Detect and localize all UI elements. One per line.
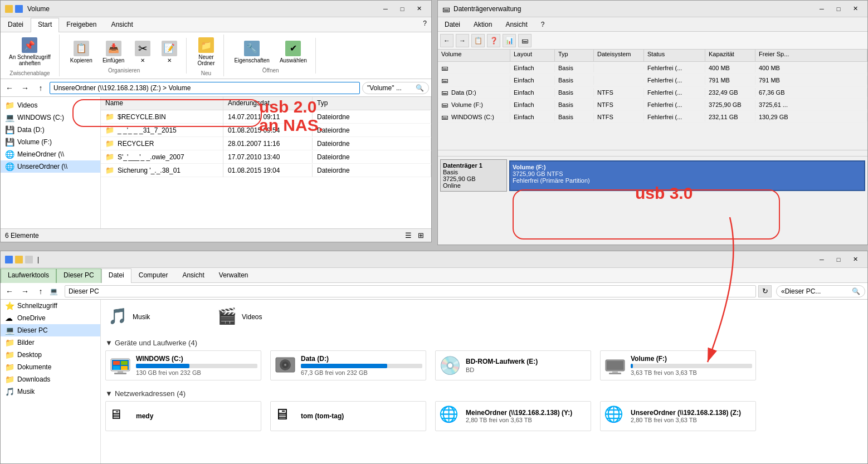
forward-btn-thispc[interactable]: → xyxy=(18,285,32,298)
network-toggle[interactable]: ▼ xyxy=(105,389,113,398)
svg-rect-14 xyxy=(607,361,623,370)
help-icon-volume[interactable]: ? xyxy=(418,17,431,32)
menu-ansicht-disk[interactable]: Ansicht xyxy=(503,19,529,30)
sidebar-bilder[interactable]: 📁 Bilder xyxy=(1,336,100,349)
drive-icon: 💾 xyxy=(5,125,14,134)
minimize-btn-disk[interactable]: ─ xyxy=(814,3,830,14)
menu-datei-disk[interactable]: Datei xyxy=(442,19,462,30)
sidebar-downloads[interactable]: 📁 Downloads xyxy=(1,373,100,385)
disk-row-1[interactable]: 🖴 Einfach Basis Fehlerfrei (... 791 MB 7… xyxy=(438,74,867,86)
tab-laufwerktools[interactable]: Laufwerktools xyxy=(1,268,56,283)
minimize-btn-volume[interactable]: ─ xyxy=(378,3,393,14)
address-path-volume[interactable]: UnsereOrdner (\\192.168.2.138) (Z:) > Vo… xyxy=(50,82,360,94)
volume-f-bar-fill xyxy=(631,364,633,368)
sidebar-item-videos[interactable]: 📁 Videos xyxy=(1,99,100,111)
drive-bdrom[interactable]: 💿 BD-ROM-Laufwerk (E:) BD xyxy=(435,350,591,380)
sidebar-desktop[interactable]: 📁 Desktop xyxy=(1,349,100,361)
network-tom[interactable]: 🖥 tom (tom-tag) xyxy=(270,401,426,431)
disk-row-0[interactable]: 🖴 Einfach Basis Fehlerfrei (... 400 MB 4… xyxy=(438,62,867,74)
thispc-refresh-btn[interactable]: ↻ xyxy=(758,285,772,297)
minimize-btn-thispc[interactable]: ─ xyxy=(814,254,830,265)
maximize-btn-thispc[interactable]: □ xyxy=(831,254,846,265)
sidebar-musik[interactable]: 🎵 Musik xyxy=(1,385,100,398)
file-row-4[interactable]: 📁Sicherung '_._.38_01 01.08.2015 19:04 D… xyxy=(101,164,431,177)
tab-datei-thispc[interactable]: Datei xyxy=(101,268,131,283)
btn-kopieren[interactable]: 📋 Kopieren xyxy=(66,38,96,66)
thispc-tb-icons xyxy=(5,256,33,263)
disk-vol-icon: 🖴 xyxy=(441,76,449,84)
tool-back[interactable]: ← xyxy=(440,34,453,47)
ribbon-content-volume: 📌 An Schnellzugriffanheften Zwischenabla… xyxy=(1,32,431,79)
disk-row-4[interactable]: 🖴WINDOWS (C:) Einfach Basis NTFS Fehlerf… xyxy=(438,111,867,123)
sidebar-item-data[interactable]: 💾 Data (D:) xyxy=(1,124,100,136)
tool-icon4[interactable]: 🖴 xyxy=(518,34,531,47)
video-folder-icon: 🎬 xyxy=(217,307,237,327)
up-btn-volume[interactable]: ↑ xyxy=(34,81,47,95)
maximize-btn-disk[interactable]: □ xyxy=(831,3,846,14)
thispc-address-path[interactable]: Dieser PC xyxy=(65,285,756,297)
close-btn-volume[interactable]: ✕ xyxy=(411,3,427,14)
tool-icon3[interactable]: 📊 xyxy=(503,34,516,47)
tab-computer-thispc[interactable]: Computer xyxy=(131,268,175,283)
tb-icon1 xyxy=(5,5,13,13)
file-row-2[interactable]: 📁RECYCLER 28.01.2007 11:16 Dateiordne xyxy=(101,137,431,150)
sidebar-dokumente[interactable]: 📁 Dokumente xyxy=(1,361,100,373)
sidebar-item-volume[interactable]: 💾 Volume (F:) xyxy=(1,136,100,148)
file-row-1[interactable]: 📁_ _'_ _ _31_7_2015 01.08.2015 09:54 Dat… xyxy=(101,124,431,137)
thispc-search-box[interactable]: «Dieser PC... 🔍 xyxy=(776,285,865,297)
btn-cut[interactable]: ✂ ✕ xyxy=(130,38,155,66)
tab-start-volume[interactable]: Start xyxy=(31,18,59,32)
disk-row-3[interactable]: 🖴Volume (F:) Einfach Basis NTFS Fehlerfr… xyxy=(438,99,867,111)
devices-toggle[interactable]: ▼ xyxy=(105,339,113,347)
btn-eigenschaften[interactable]: 🔧 Eigenschaften xyxy=(231,38,274,66)
sidebar-dieser-pc[interactable]: 💻 Dieser PC xyxy=(1,324,100,336)
up-btn-thispc[interactable]: ↑ xyxy=(34,285,47,298)
medy-icon: 🖥 xyxy=(109,405,131,427)
sidebar-schnellzugriff[interactable]: ⭐ Schnellzugriff xyxy=(1,300,100,312)
file-row-3[interactable]: 📁S'_'___'_ _.owie_2007 17.07.2010 13:40 … xyxy=(101,150,431,164)
btn-anheften[interactable]: 📌 An Schnellzugriffanheften xyxy=(5,35,55,69)
btn-neuer-ordner[interactable]: 📁 NeuerOrdner xyxy=(193,35,218,69)
view-list-btn[interactable]: ☰ xyxy=(402,229,415,242)
disk-partition-area[interactable]: Volume (F:) 3725,90 GB NTFS Fehlerfrei (… xyxy=(509,160,865,191)
search-box-volume[interactable]: "Volume" ... 🔍 xyxy=(362,82,429,94)
tab-datei-volume[interactable]: Datei xyxy=(1,18,31,32)
drive-data[interactable]: Data (D:) 67,3 GB frei von 232 GB xyxy=(270,350,426,380)
sidebar-onedrive[interactable]: ☁ OneDrive xyxy=(1,312,100,324)
disk-window-controls: ─ □ ✕ xyxy=(814,3,863,14)
menu-help-disk[interactable]: ? xyxy=(539,19,547,30)
btn-einfuegen[interactable]: 📥 Einfügen xyxy=(99,38,128,66)
network-unsereordner[interactable]: 🌐 UnsereOrdner (\\192.168.2.138) (Z:) 2,… xyxy=(600,401,756,431)
tool-icon1[interactable]: 📋 xyxy=(471,34,485,47)
back-btn-volume[interactable]: ← xyxy=(3,81,16,95)
tab-ansicht-thispc[interactable]: Ansicht xyxy=(175,268,211,283)
network-medy[interactable]: 🖥 medy xyxy=(105,401,261,431)
folder-videos[interactable]: 🎬 Videos xyxy=(214,304,315,330)
menu-aktion-disk[interactable]: Aktion xyxy=(471,19,494,30)
data-drive-name: Data (D:) xyxy=(301,355,422,363)
btn-auswaehlen[interactable]: ✔ Auswählen xyxy=(276,38,311,66)
disk-row-2[interactable]: 🖴Data (D:) Einfach Basis NTFS Fehlerfrei… xyxy=(438,86,867,99)
tab-verwalten-thispc[interactable]: Verwalten xyxy=(212,268,256,283)
network-meineordner[interactable]: 🌐 MeineOrdner (\\192.168.2.138) (Y:) 2,8… xyxy=(435,401,591,431)
drive-volume[interactable]: Volume (F:) 3,63 TB frei von 3,63 TB xyxy=(600,350,756,380)
forward-btn-volume[interactable]: → xyxy=(18,81,32,95)
folder-musik[interactable]: 🎵 Musik xyxy=(105,304,206,330)
view-grid-btn[interactable]: ⊞ xyxy=(415,229,427,242)
tab-freigeben-volume[interactable]: Freigeben xyxy=(59,18,104,32)
close-btn-thispc[interactable]: ✕ xyxy=(847,254,863,265)
tab-dieser-pc-header[interactable]: Dieser PC xyxy=(56,268,101,283)
file-row-0[interactable]: 📁$RECYCLE.BIN 14.07.2011 09:11 Dateiordn… xyxy=(101,110,431,124)
disk-table: Volume Layout Typ Dateisystem Status Kap… xyxy=(438,50,867,150)
sidebar-item-windows[interactable]: 💻 WINDOWS (C:) xyxy=(1,111,100,124)
btn-rename[interactable]: 📝 ✕ xyxy=(157,38,182,66)
back-btn-thispc[interactable]: ← xyxy=(3,285,16,298)
tool-forward[interactable]: → xyxy=(456,34,469,47)
sidebar-item-unsereordner[interactable]: 🌐 UnsereOrdner (\\ xyxy=(1,160,100,173)
tool-icon2[interactable]: ❓ xyxy=(487,34,500,47)
tab-ansicht-volume[interactable]: Ansicht xyxy=(104,18,140,32)
maximize-btn-volume[interactable]: □ xyxy=(394,3,410,14)
close-btn-disk[interactable]: ✕ xyxy=(847,3,863,14)
sidebar-item-meineordner[interactable]: 🌐 MeineOrdner (\\ xyxy=(1,148,100,160)
drive-windows[interactable]: WINDOWS (C:) 130 GB frei von 232 GB xyxy=(105,350,261,380)
